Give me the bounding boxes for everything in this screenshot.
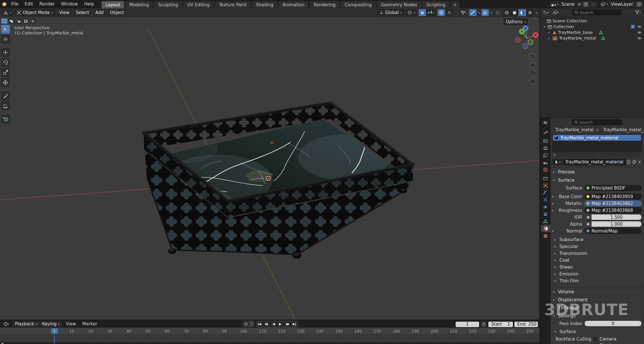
pin-icon[interactable]	[577, 2, 581, 6]
pass-index-field[interactable]: 0	[584, 320, 642, 327]
tab-modifiers[interactable]	[541, 189, 550, 196]
properties-editor-type-button[interactable]	[541, 119, 550, 126]
scene-dropdown-icon[interactable]: ▾	[557, 3, 559, 6]
timeline-marker-menu[interactable]: Marker	[80, 321, 100, 327]
tab-modeling[interactable]: Modeling	[125, 1, 153, 8]
previous-keyframe-button[interactable]	[263, 321, 270, 327]
material-name-field[interactable]: TrayMarble_metal_material	[563, 159, 626, 165]
gizmos-toggle[interactable]	[469, 9, 477, 16]
scene-name[interactable]: Scene	[560, 2, 576, 7]
select-mode-set[interactable]	[1, 18, 7, 24]
expand-caret-icon[interactable]: ▸	[547, 31, 551, 34]
tab-output[interactable]	[541, 144, 550, 152]
backface-camera-checkbox[interactable]	[594, 337, 598, 341]
alpha-slider[interactable]: 1.000	[584, 221, 642, 227]
roughness-field[interactable]: Map #2138403968	[584, 207, 642, 213]
tool-annotate[interactable]	[1, 91, 10, 100]
tab-compositing[interactable]: Compositing	[340, 1, 376, 8]
tab-layout[interactable]: Layout	[101, 1, 124, 8]
playhead[interactable]	[54, 333, 55, 344]
menu-object[interactable]: Object	[108, 9, 126, 16]
material-slot-selected[interactable]: TrayMarble_metal_material	[553, 135, 641, 141]
tab-scripting[interactable]: Scripting	[422, 1, 450, 8]
shading-solid-button[interactable]	[511, 9, 518, 16]
timeline-editor-type-button[interactable]: ▾	[1, 320, 11, 327]
tool-cursor[interactable]	[1, 35, 10, 44]
tab-object-data[interactable]	[541, 218, 550, 225]
settings-surface-subheader[interactable]: ▾Surface	[555, 328, 576, 335]
properties-search-input[interactable]	[579, 120, 620, 125]
tab-object[interactable]	[541, 182, 550, 189]
timeline-track-area[interactable]	[0, 335, 539, 342]
navigation-gizmo[interactable]: Z Y X	[510, 22, 539, 55]
options-dropdown[interactable]: Options▾	[504, 18, 528, 25]
transform-orientation-dropdown[interactable]: Global ▾	[377, 9, 404, 16]
tool-scale[interactable]	[1, 68, 10, 77]
playback-menu[interactable]: Playback▾	[12, 321, 40, 327]
keying-menu[interactable]: Keying▾	[40, 321, 62, 327]
select-mode-extend[interactable]	[8, 18, 15, 24]
xray-toggle[interactable]	[494, 9, 501, 16]
outliner-filter-dropdown[interactable]: ▾	[542, 9, 550, 16]
timeline-view-menu[interactable]: View	[63, 321, 79, 327]
tab-animation[interactable]: Animation	[278, 1, 309, 8]
current-frame-field[interactable]: 1	[455, 321, 479, 327]
slot-list-grip[interactable]: ▶ ::::	[552, 153, 642, 157]
tab-sculpting[interactable]: Sculpting	[154, 1, 182, 8]
tab-scene[interactable]	[541, 159, 550, 166]
mode-dropdown[interactable]: Object Mode ▾	[15, 9, 55, 16]
shading-rendered-button[interactable]	[526, 9, 534, 16]
current-frame-badge[interactable]: 1	[51, 328, 58, 334]
tool-move[interactable]	[1, 48, 10, 57]
overlays-toggle[interactable]	[481, 9, 489, 16]
subsection-specular[interactable]: ▸Specular	[555, 243, 578, 250]
play-button[interactable]	[277, 321, 284, 327]
new-material-button[interactable]	[632, 159, 637, 165]
blender-logo-icon[interactable]	[2, 1, 7, 7]
properties-search[interactable]	[572, 119, 622, 125]
menu-add[interactable]: Add	[93, 9, 106, 16]
snap-settings-dropdown[interactable]: ▾	[426, 9, 436, 16]
ior-slider[interactable]: 1.500	[584, 214, 642, 220]
add-workspace-button[interactable]: +	[450, 1, 460, 8]
tab-texture[interactable]	[541, 232, 550, 240]
zoom-button[interactable]	[529, 52, 537, 60]
perspective-toggle-button[interactable]	[529, 77, 537, 85]
eye-icon[interactable]	[637, 37, 642, 40]
metallic-field[interactable]: Map #2138403962	[584, 200, 642, 206]
new-scene-button[interactable]	[583, 1, 589, 7]
viewlayer-name[interactable]: ViewLayer	[609, 2, 635, 7]
tab-material[interactable]	[541, 225, 551, 232]
outliner-display-mode-dropdown[interactable]: ▾	[552, 9, 560, 16]
slot-expand-caret[interactable]: ▶	[552, 153, 556, 156]
menu-select[interactable]: Select	[73, 9, 91, 16]
unlink-material-button[interactable]: ×	[637, 159, 642, 165]
auto-keyframe-button[interactable]	[243, 321, 249, 327]
tab-particles[interactable]	[541, 196, 550, 204]
eye-icon[interactable]	[637, 31, 642, 34]
start-frame-field[interactable]: Start1	[488, 321, 513, 327]
viewlayer-dropdown-icon[interactable]: ▾	[607, 3, 608, 6]
base-color-expand[interactable]: ▸	[552, 195, 555, 198]
subsection-emission[interactable]: ▸Emission	[555, 271, 579, 277]
menu-edit[interactable]: Edit	[22, 0, 36, 8]
object-visibility-dropdown[interactable]: ▾	[460, 9, 467, 16]
menu-render[interactable]: Render	[36, 0, 58, 8]
shading-material-preview-button[interactable]	[518, 9, 526, 16]
auto-key-dropdown[interactable]: ▾	[249, 321, 254, 327]
menu-file[interactable]: File	[8, 0, 22, 8]
preview-panel-header[interactable]: ▸Preview	[551, 168, 643, 175]
3d-viewport[interactable]: ▾ Object Mode ▾ View Select Add Object G…	[0, 8, 539, 320]
subsection-sheen[interactable]: ▸Sheen	[555, 264, 573, 270]
gizmo-z-neg-axis[interactable]	[523, 44, 528, 49]
jump-to-end-button[interactable]	[291, 321, 298, 327]
material-browse-dropdown[interactable]: ▾	[552, 159, 562, 165]
use-preview-range-button[interactable]	[480, 321, 487, 328]
expand-caret-icon[interactable]: ▸	[547, 37, 551, 40]
menu-view[interactable]: View	[57, 9, 72, 16]
outliner-row-traymarble-base[interactable]: ▸ TrayMarble_base	[540, 30, 644, 35]
tool-rotate[interactable]	[1, 58, 10, 67]
pan-button[interactable]	[529, 61, 537, 69]
tool-select-box[interactable]	[1, 25, 10, 34]
tab-uv-editing[interactable]: UV Editing	[183, 1, 214, 8]
